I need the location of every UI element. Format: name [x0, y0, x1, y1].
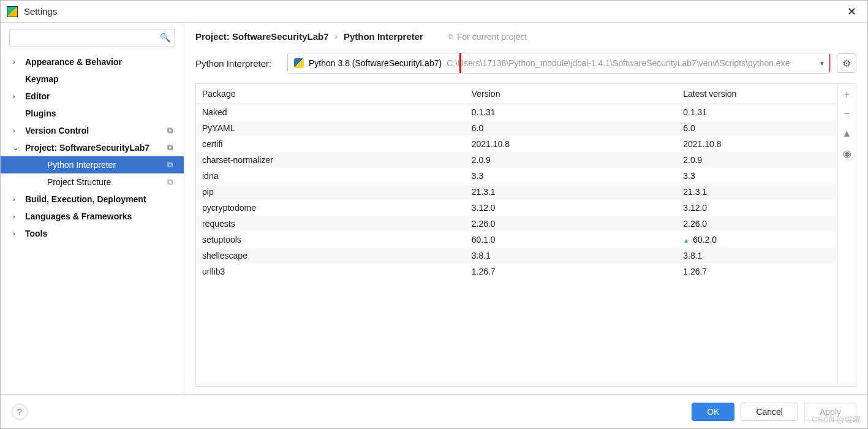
interpreter-name: Python 3.8 (SoftwareSecurityLab7)	[309, 58, 442, 68]
table-row[interactable]: pip21.3.121.3.1	[196, 184, 837, 200]
sidebar-item-label: Appearance & Behavior	[25, 57, 122, 67]
package-name: pip	[196, 184, 466, 200]
package-name: charset-normalizer	[196, 152, 466, 168]
interpreter-select[interactable]: Python 3.8 (SoftwareSecurityLab7) C:\Use…	[287, 53, 831, 74]
packages-table: Package Version Latest version Naked0.1.…	[196, 84, 837, 279]
package-name: shellescape	[196, 248, 466, 264]
package-latest: ▲60.2.0	[677, 232, 837, 248]
sidebar-item[interactable]: ›Build, Execution, Deployment	[1, 191, 184, 208]
dialog-footer: ? OK Cancel Apply	[1, 394, 867, 428]
package-version: 3.12.0	[466, 200, 677, 216]
sidebar-item[interactable]: ›Appearance & Behavior	[1, 53, 184, 70]
sidebar-item[interactable]: ›Keymap	[1, 70, 184, 88]
package-version: 6.0	[466, 120, 677, 136]
breadcrumb: Project: SoftwareSecurityLab7 › Python I…	[195, 31, 856, 42]
breadcrumb-page: Python Interpreter	[344, 31, 423, 42]
sidebar-item-label: Keymap	[25, 74, 58, 84]
sidebar-item[interactable]: ⌄Project: SoftwareSecurityLab7⧉	[1, 139, 184, 156]
package-latest: 2.26.0	[677, 216, 837, 232]
show-early-releases-button[interactable]: ◉	[843, 148, 851, 159]
apply-button: Apply	[804, 403, 856, 421]
sidebar-item-label: Editor	[25, 91, 50, 101]
copy-icon: ⧉	[448, 32, 453, 42]
project-scope-hint: ⧉ For current project	[448, 32, 527, 42]
package-version: 2021.10.8	[466, 136, 677, 152]
copy-icon: ⧉	[167, 177, 178, 187]
update-available-icon: ▲	[683, 237, 689, 244]
ok-button[interactable]: OK	[692, 403, 734, 421]
package-name: requests	[196, 216, 466, 232]
package-latest: 3.8.1	[677, 248, 837, 264]
python-icon	[294, 58, 304, 68]
add-package-button[interactable]: +	[844, 89, 850, 100]
package-name: idna	[196, 168, 466, 184]
sidebar-item[interactable]: ›Tools	[1, 225, 184, 242]
col-package[interactable]: Package	[196, 84, 466, 104]
sidebar-item-label: Project Structure	[47, 177, 111, 187]
package-latest: 21.3.1	[677, 184, 837, 200]
package-name: PyYAML	[196, 120, 466, 136]
package-name: pycryptodome	[196, 200, 466, 216]
col-version[interactable]: Version	[466, 84, 677, 104]
package-latest: 6.0	[677, 120, 837, 136]
sidebar-item[interactable]: ›Python Interpreter⧉	[1, 156, 184, 173]
package-name: urllib3	[196, 264, 466, 279]
package-latest: 2021.10.8	[677, 136, 837, 152]
package-latest: 2.0.9	[677, 152, 837, 168]
package-name: setuptools	[196, 232, 466, 248]
chevron-right-icon: ›	[13, 230, 23, 237]
chevron-down-icon: ▼	[814, 60, 830, 67]
package-latest: 1.26.7	[677, 264, 837, 279]
chevron-right-icon: ›	[13, 127, 23, 134]
interpreter-label: Python Interpreter:	[195, 58, 281, 69]
package-version: 1.26.7	[466, 264, 677, 279]
table-row[interactable]: setuptools60.1.0▲60.2.0	[196, 232, 837, 248]
cancel-button[interactable]: Cancel	[741, 403, 798, 421]
table-row[interactable]: idna3.33.3	[196, 168, 837, 184]
table-row[interactable]: urllib31.26.71.26.7	[196, 264, 837, 279]
package-latest: 0.1.31	[677, 104, 837, 121]
chevron-right-icon: ›	[13, 58, 23, 66]
table-row[interactable]: PyYAML6.06.0	[196, 120, 837, 136]
copy-icon: ⧉	[167, 126, 178, 135]
chevron-right-icon: ›	[13, 93, 23, 100]
sidebar-item[interactable]: ›Editor	[1, 88, 184, 105]
close-icon[interactable]: ✕	[842, 4, 861, 20]
table-row[interactable]: requests2.26.02.26.0	[196, 216, 837, 232]
sidebar-item[interactable]: ›Languages & Frameworks	[1, 208, 184, 225]
package-version: 0.1.31	[466, 104, 677, 121]
sidebar-item-label: Build, Execution, Deployment	[25, 194, 146, 204]
col-latest[interactable]: Latest version	[677, 84, 837, 104]
package-name: certifi	[196, 136, 466, 152]
chevron-right-icon: ›	[13, 196, 23, 203]
sidebar-item-label: Version Control	[25, 126, 89, 135]
search-input[interactable]	[9, 29, 175, 47]
interpreter-settings-button[interactable]: ⚙	[837, 53, 856, 73]
help-button[interactable]: ?	[12, 404, 28, 420]
table-row[interactable]: pycryptodome3.12.03.12.0	[196, 200, 837, 216]
package-version: 3.3	[466, 168, 677, 184]
table-row[interactable]: shellescape3.8.13.8.1	[196, 248, 837, 264]
upgrade-package-button[interactable]: ▲	[842, 128, 852, 139]
sidebar-item[interactable]: ›Project Structure⧉	[1, 173, 184, 191]
table-row[interactable]: certifi2021.10.82021.10.8	[196, 136, 837, 152]
package-latest: 3.12.0	[677, 200, 837, 216]
gear-icon: ⚙	[842, 58, 851, 69]
window-title: Settings	[24, 6, 57, 17]
breadcrumb-project: Project: SoftwareSecurityLab7	[195, 31, 329, 42]
package-version: 2.26.0	[466, 216, 677, 232]
sidebar-item[interactable]: ›Plugins	[1, 105, 184, 122]
sidebar-item-label: Project: SoftwareSecurityLab7	[25, 143, 149, 153]
table-row[interactable]: charset-normalizer2.0.92.0.9	[196, 152, 837, 168]
remove-package-button[interactable]: −	[844, 108, 850, 120]
package-version: 2.0.9	[466, 152, 677, 168]
chevron-down-icon: ⌄	[13, 144, 23, 152]
app-icon	[7, 6, 18, 17]
package-name: Naked	[196, 104, 466, 121]
sidebar-item[interactable]: ›Version Control⧉	[1, 122, 184, 139]
chevron-right-icon: ›	[335, 32, 338, 41]
package-version: 60.1.0	[466, 232, 677, 248]
settings-sidebar: 🔍 ›Appearance & Behavior›Keymap›Editor›P…	[1, 23, 184, 394]
table-row[interactable]: Naked0.1.310.1.31	[196, 104, 837, 121]
title-bar: Settings ✕	[1, 1, 867, 23]
